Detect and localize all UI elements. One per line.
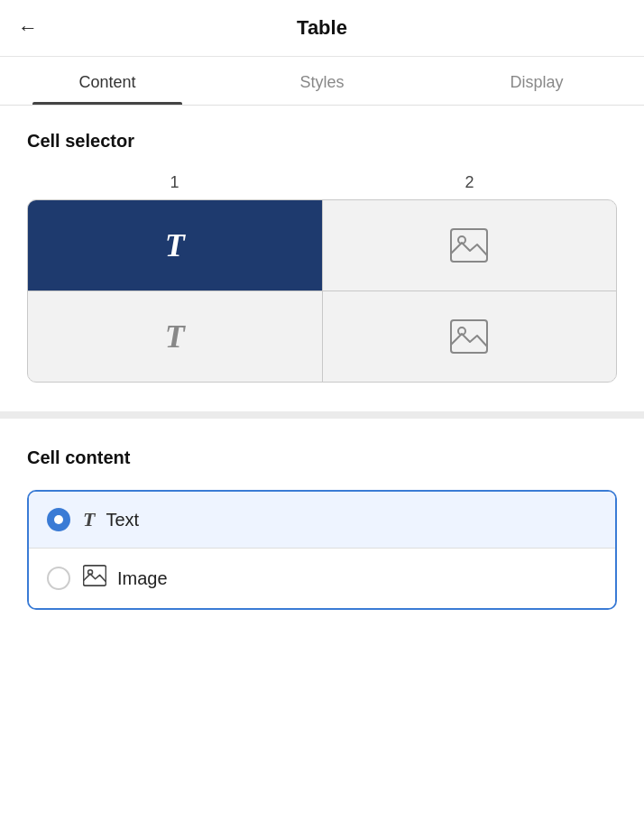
image-icon <box>450 228 488 263</box>
text-type-icon: T <box>83 508 95 531</box>
column-label-2: 2 <box>322 173 617 192</box>
cell-content-title: Cell content <box>27 447 617 468</box>
text-icon-2: T <box>165 318 185 355</box>
tab-display[interactable]: Display <box>429 57 644 105</box>
cell-selector-title: Cell selector <box>27 131 617 152</box>
tab-bar: Content Styles Display <box>0 57 644 106</box>
option-image-label: Image <box>83 565 168 592</box>
cell-0-1[interactable] <box>323 200 617 290</box>
text-icon: T <box>165 226 185 264</box>
tab-content[interactable]: Content <box>0 57 215 105</box>
tab-styles[interactable]: Styles <box>215 57 429 105</box>
main-content: Cell selector 1 2 T T <box>0 106 644 635</box>
column-labels: 1 2 <box>27 173 617 192</box>
radio-inner-text <box>54 515 63 524</box>
page-title: Table <box>297 16 347 40</box>
header: ← Table <box>0 0 644 57</box>
content-options: T Text Image <box>27 490 617 610</box>
content-option-image[interactable]: Image <box>29 549 615 608</box>
content-option-text[interactable]: T Text <box>29 492 615 549</box>
cell-grid: T T <box>28 200 616 382</box>
cell-1-0[interactable]: T <box>28 291 322 382</box>
back-button[interactable]: ← <box>18 18 38 38</box>
cell-0-0[interactable]: T <box>28 200 322 290</box>
svg-rect-0 <box>451 229 487 262</box>
cell-1-1[interactable] <box>323 291 617 382</box>
radio-image <box>47 567 70 590</box>
section-divider <box>0 411 644 419</box>
svg-rect-4 <box>84 566 106 586</box>
radio-text <box>47 508 70 531</box>
option-text-label: T Text <box>83 508 139 531</box>
image-type-icon <box>83 565 106 592</box>
column-label-1: 1 <box>27 173 322 192</box>
image-icon-2 <box>450 319 488 354</box>
svg-rect-2 <box>451 320 487 353</box>
cell-grid-wrapper: T T <box>27 199 617 383</box>
